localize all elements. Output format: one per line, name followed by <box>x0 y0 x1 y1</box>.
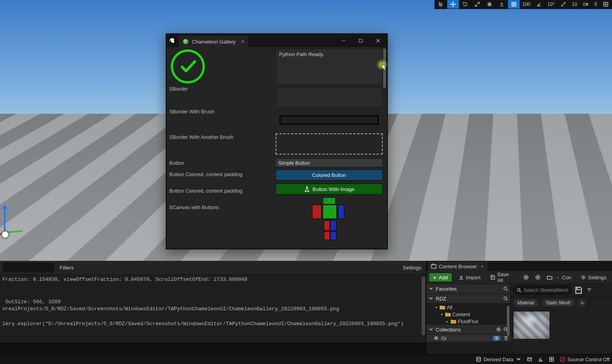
tree-item-all[interactable]: ▾All <box>426 304 510 311</box>
gallery-widgets-column: Python Path Ready. Simple Button Colored… <box>276 47 387 248</box>
tree-item-fluidflux[interactable]: ▸FluidFlux <box>426 318 510 325</box>
trash-icon[interactable] <box>504 336 508 340</box>
window-tab[interactable]: Chameleon Gallery × <box>179 36 248 47</box>
surface-snap-button[interactable] <box>496 0 508 9</box>
save-dirty-button[interactable] <box>574 286 583 295</box>
select-tool-button[interactable] <box>435 0 447 9</box>
camera-speed-value[interactable]: 5 <box>592 0 600 9</box>
asset-view: Search SkeletalMesh Material Static Mesh… <box>511 284 612 364</box>
label-scanvas: SCanvas with Buttons <box>169 204 273 211</box>
svg-point-8 <box>583 277 584 278</box>
window-title: Chameleon Gallery <box>192 39 236 45</box>
content-browser-toolbar: +Add Import Save All › Con Settings <box>426 271 612 284</box>
tree-scrollbar[interactable] <box>507 306 510 336</box>
canvas-red-2[interactable] <box>324 220 330 231</box>
log-settings-button[interactable]: Settings <box>401 265 423 271</box>
angle-snap-toggle[interactable] <box>533 0 545 9</box>
filter-chip-static-mesh[interactable]: Static Mesh <box>542 298 575 307</box>
collection-item-gr[interactable]: Gr 5 <box>426 335 510 342</box>
camera-speed-button[interactable] <box>580 0 592 9</box>
window-titlebar[interactable]: Chameleon Gallery × <box>167 35 387 47</box>
canvas-red-left[interactable] <box>312 205 322 219</box>
log-filters-button[interactable]: Filters <box>58 265 75 271</box>
svg-point-13 <box>517 289 520 291</box>
canvas-red-3[interactable] <box>324 231 330 240</box>
asset-filter-button[interactable] <box>585 286 594 295</box>
content-browser-tab[interactable]: Content Browser × <box>428 262 488 271</box>
sborder-dashed-demo <box>276 133 383 155</box>
grid-snap-value[interactable]: 100 <box>520 0 533 9</box>
history-back-button[interactable] <box>522 273 530 282</box>
rotate-tool-button[interactable] <box>459 0 471 9</box>
tree-item-content[interactable]: ▾Content <box>426 311 510 318</box>
log-output[interactable]: Fraction: 0.154930, viewOffsetFraction: … <box>0 275 426 343</box>
svg-point-14 <box>477 357 480 359</box>
editor-status-bar: Derived Data Source Control Off <box>0 354 612 364</box>
label-button-colored2: Button Colored, content padding <box>169 187 273 195</box>
sborder-brush-demo <box>280 115 379 125</box>
translate-tool-button[interactable] <box>447 0 459 9</box>
window-minimize-button[interactable] <box>335 35 352 47</box>
import-button[interactable]: Import <box>455 273 484 282</box>
asset-grid[interactable] <box>511 309 612 354</box>
content-browser-icon <box>431 264 437 269</box>
face-button[interactable]: ^_^ <box>323 198 335 204</box>
svg-point-12 <box>504 328 507 331</box>
status-icon-3[interactable] <box>549 357 554 362</box>
status-icon-2[interactable] <box>538 357 543 362</box>
checkmark-icon <box>171 49 205 84</box>
window-close-button[interactable] <box>369 35 387 47</box>
angle-snap-value[interactable]: 10° <box>545 0 557 9</box>
window-maximize-button[interactable] <box>352 35 369 47</box>
filter-chip-more[interactable]: » <box>578 298 586 307</box>
grid-snap-toggle[interactable] <box>508 0 520 9</box>
asset-search-input[interactable]: Search SkeletalMesh <box>513 286 572 295</box>
canvas-green-mid[interactable] <box>323 205 337 219</box>
search-icon[interactable] <box>503 296 508 301</box>
derived-data-button[interactable]: Derived Data <box>476 357 521 362</box>
scale-tool-button[interactable] <box>471 0 484 9</box>
canvas-blue-right[interactable] <box>338 205 344 219</box>
svg-point-7 <box>536 275 540 279</box>
add-button[interactable]: +Add <box>429 273 452 282</box>
add-collection-icon[interactable] <box>496 327 501 332</box>
log-search-input[interactable] <box>3 263 54 272</box>
svg-rect-3 <box>359 39 362 42</box>
log-input-bg[interactable] <box>0 343 426 353</box>
filter-chip-material[interactable]: Material <box>513 298 539 307</box>
breadcrumb[interactable]: Con <box>562 275 571 280</box>
search-icon[interactable] <box>503 286 508 291</box>
colored-button[interactable]: Colored Button <box>276 169 383 180</box>
log-scrollbar[interactable] <box>422 277 425 335</box>
viewport-maximize-button[interactable] <box>600 0 612 9</box>
svg-point-6 <box>524 275 528 279</box>
log-text-box: Python Path Ready. <box>276 49 383 85</box>
gallery-scrollbar[interactable] <box>383 49 386 88</box>
world-local-toggle[interactable] <box>484 0 496 9</box>
viewport-toolbar: 100 10° 10 5 <box>435 0 612 9</box>
save-all-button[interactable]: Save All <box>487 273 519 282</box>
simple-button[interactable]: Simple Button <box>276 158 383 167</box>
sources-tree: Favorites RDZ ▾All ▾Content ▸FluidFlux C… <box>426 284 511 364</box>
button-with-image[interactable]: Button With Image <box>276 184 383 195</box>
project-section[interactable]: RDZ <box>426 294 510 304</box>
scale-snap-toggle[interactable] <box>557 0 570 9</box>
label-button: Button <box>169 159 273 167</box>
log-toolbar: Filters Settings <box>0 261 426 275</box>
status-icon-1[interactable] <box>527 357 532 362</box>
collections-section[interactable]: Collections <box>426 325 510 335</box>
favorites-section[interactable]: Favorites <box>426 284 510 294</box>
tab-close-button[interactable]: × <box>241 38 244 45</box>
folder-path-button[interactable] <box>545 273 554 282</box>
asset-thumbnail[interactable] <box>513 311 550 339</box>
content-settings-button[interactable]: Settings <box>577 273 610 282</box>
content-browser-tab-close[interactable]: × <box>481 264 484 269</box>
source-control-button[interactable]: Source Control Off <box>560 357 610 362</box>
scanvas-demo: ^_^ <box>276 198 383 243</box>
canvas-blue-3[interactable] <box>330 231 336 240</box>
chameleon-icon <box>183 38 189 45</box>
history-forward-button[interactable] <box>533 273 542 282</box>
scale-snap-value[interactable]: 10 <box>570 0 580 9</box>
svg-point-9 <box>504 287 507 290</box>
canvas-blue-2[interactable] <box>330 220 336 231</box>
